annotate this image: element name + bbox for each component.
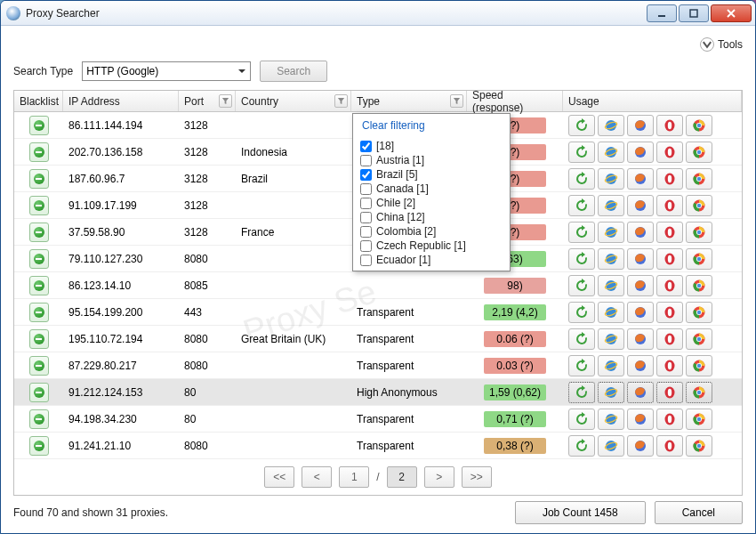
funnel-icon[interactable] [450, 94, 463, 108]
filter-option[interactable]: Ecuador [1] [357, 253, 506, 267]
ie-button[interactable] [598, 355, 624, 376]
filter-checkbox[interactable] [360, 255, 372, 266]
filter-option[interactable]: Canada [1] [357, 182, 506, 196]
firefox-button[interactable] [627, 409, 654, 430]
blacklist-button[interactable] [29, 276, 49, 295]
opera-button[interactable] [656, 142, 683, 163]
col-country[interactable]: Country [236, 91, 351, 111]
blacklist-button[interactable] [29, 303, 49, 322]
blacklist-button[interactable] [29, 169, 49, 189]
chrome-button[interactable] [686, 328, 712, 350]
blacklist-button[interactable] [29, 329, 49, 349]
table-row[interactable]: 94.198.34.23080Transparent0,71 (?) [14, 406, 742, 433]
opera-button[interactable] [656, 302, 683, 323]
col-port[interactable]: Port [179, 91, 236, 111]
refresh-button[interactable] [568, 355, 595, 376]
firefox-button[interactable] [627, 275, 654, 296]
blacklist-button[interactable] [29, 196, 49, 215]
table-row[interactable]: 91.241.21.108080Transparent0,38 (?) [14, 433, 742, 459]
chrome-button[interactable] [686, 409, 712, 430]
firefox-button[interactable] [627, 302, 654, 323]
page-last[interactable]: >> [462, 466, 492, 488]
cancel-button[interactable]: Cancel [655, 501, 743, 524]
opera-button[interactable] [656, 355, 683, 376]
col-ip[interactable]: IP Address [63, 91, 179, 111]
col-type[interactable]: Type [351, 91, 467, 111]
refresh-button[interactable] [568, 142, 595, 163]
page-1[interactable]: 1 [339, 466, 369, 488]
filter-option[interactable]: Colombia [2] [357, 224, 506, 239]
ie-button[interactable] [598, 409, 624, 430]
refresh-button[interactable] [568, 248, 595, 270]
blacklist-button[interactable] [29, 383, 49, 402]
tools-dropdown[interactable]: Tools [700, 37, 743, 52]
ie-button[interactable] [598, 195, 624, 216]
ie-button[interactable] [598, 275, 624, 296]
chrome-button[interactable] [686, 222, 712, 243]
col-usage[interactable]: Usage [563, 91, 742, 111]
refresh-button[interactable] [568, 409, 595, 430]
opera-button[interactable] [656, 275, 683, 296]
minimize-button[interactable] [647, 4, 677, 22]
search-type-combo[interactable]: HTTP (Google) [82, 61, 251, 81]
firefox-button[interactable] [627, 195, 654, 216]
opera-button[interactable] [656, 248, 683, 270]
filter-option[interactable]: Czech Republic [1] [357, 239, 506, 253]
page-first[interactable]: << [264, 466, 294, 488]
firefox-button[interactable] [627, 222, 654, 243]
firefox-button[interactable] [627, 355, 654, 376]
chrome-button[interactable] [686, 355, 712, 376]
blacklist-button[interactable] [29, 409, 49, 429]
ie-button[interactable] [598, 168, 624, 190]
chrome-button[interactable] [686, 302, 712, 323]
filter-checkbox[interactable] [360, 226, 372, 238]
blacklist-button[interactable] [29, 436, 49, 456]
table-row[interactable]: 91.212.124.15380High Anonymous1,59 (0,62… [14, 379, 742, 406]
chrome-button[interactable] [686, 275, 712, 296]
filter-option[interactable]: Brazil [5] [357, 167, 506, 182]
ie-button[interactable] [598, 142, 624, 163]
col-blacklist[interactable]: Blacklist [14, 91, 63, 111]
table-row[interactable]: 195.110.72.1948080Great Britain (UK)Tran… [14, 326, 742, 352]
maximize-button[interactable] [679, 4, 709, 22]
refresh-button[interactable] [568, 435, 595, 457]
job-count-button[interactable]: Job Count 1458 [515, 501, 646, 524]
ie-button[interactable] [598, 328, 624, 350]
ie-button[interactable] [598, 115, 624, 136]
filter-checkbox[interactable] [360, 212, 372, 223]
refresh-button[interactable] [568, 275, 595, 296]
blacklist-button[interactable] [29, 249, 49, 269]
ie-button[interactable] [598, 382, 624, 403]
ie-button[interactable] [598, 435, 624, 457]
filter-option-list[interactable]: [18]Austria [1]Brazil [5]Canada [1]Chile… [353, 137, 510, 271]
clear-filter-link[interactable]: Clear filtering [353, 114, 510, 137]
chrome-button[interactable] [686, 382, 712, 403]
opera-button[interactable] [656, 328, 683, 350]
funnel-icon[interactable] [334, 94, 348, 108]
refresh-button[interactable] [568, 328, 595, 350]
ie-button[interactable] [598, 302, 624, 323]
firefox-button[interactable] [627, 328, 654, 350]
firefox-button[interactable] [627, 435, 654, 457]
chrome-button[interactable] [686, 435, 712, 457]
blacklist-button[interactable] [29, 222, 49, 242]
opera-button[interactable] [656, 382, 683, 403]
filter-checkbox[interactable] [360, 198, 372, 209]
refresh-button[interactable] [568, 115, 595, 136]
refresh-button[interactable] [568, 168, 595, 190]
filter-checkbox[interactable] [360, 141, 372, 152]
refresh-button[interactable] [568, 195, 595, 216]
col-speed[interactable]: Speed (response) [467, 91, 563, 111]
refresh-button[interactable] [568, 302, 595, 323]
chrome-button[interactable] [686, 195, 712, 216]
filter-checkbox[interactable] [360, 240, 372, 252]
blacklist-button[interactable] [29, 116, 49, 135]
table-row[interactable]: 87.229.80.2178080Transparent0.03 (?) [14, 352, 742, 379]
opera-button[interactable] [656, 168, 683, 190]
ie-button[interactable] [598, 248, 624, 270]
chrome-button[interactable] [686, 115, 712, 136]
funnel-icon[interactable] [219, 94, 232, 108]
table-row[interactable]: 86.123.14.10808598) [14, 272, 742, 299]
page-next[interactable]: > [424, 466, 454, 488]
refresh-button[interactable] [568, 222, 595, 243]
